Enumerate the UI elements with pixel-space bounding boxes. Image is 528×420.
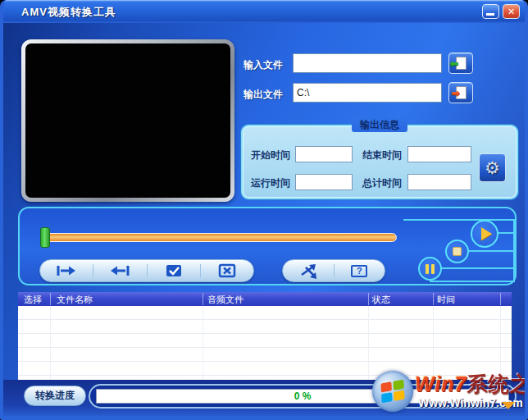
end-time-field[interactable] bbox=[407, 146, 471, 162]
end-time-label: 结束时间 bbox=[362, 148, 402, 162]
mark-end-button[interactable] bbox=[93, 260, 146, 281]
import-file-icon: ⬅ bbox=[456, 57, 467, 70]
output-file-field[interactable] bbox=[293, 83, 442, 103]
column-divider[interactable] bbox=[203, 293, 203, 305]
minimize-button[interactable] bbox=[482, 4, 499, 19]
start-time-label: 开始时间 bbox=[251, 148, 290, 162]
windows-logo-icon bbox=[372, 371, 413, 412]
table-row[interactable] bbox=[18, 306, 512, 320]
total-time-label: 总计时间 bbox=[362, 176, 402, 190]
seek-slider-track[interactable] bbox=[42, 233, 397, 242]
close-icon: ✕ bbox=[508, 7, 515, 16]
column-divider[interactable] bbox=[50, 293, 51, 305]
stop-icon bbox=[453, 247, 462, 256]
grid-line bbox=[368, 306, 369, 380]
grid-line bbox=[50, 306, 51, 380]
skip-to-end-icon bbox=[107, 264, 132, 277]
col-select[interactable]: 选择 bbox=[24, 294, 42, 306]
app-window: AMV视频转换工具 ✕ 输入文件 ⬅ 输出文件 ➡ 输出信息 开始时间 结束时间… bbox=[0, 0, 528, 420]
video-preview-screen bbox=[25, 43, 230, 198]
pause-button[interactable] bbox=[418, 257, 442, 281]
file-table-header[interactable]: 选择 文件名称 音频文件 状态 时间 bbox=[18, 292, 512, 306]
player-panel: ? bbox=[18, 207, 517, 285]
convert-toolbar: ? bbox=[282, 259, 385, 282]
table-row[interactable] bbox=[18, 334, 512, 348]
settings-button[interactable]: ⚙ bbox=[479, 153, 506, 182]
browse-input-button[interactable]: ⬅ bbox=[448, 52, 473, 74]
col-audiofile[interactable]: 音频文件 bbox=[207, 294, 244, 306]
play-button[interactable] bbox=[471, 220, 498, 248]
seek-slider-thumb[interactable] bbox=[40, 227, 50, 248]
connector-line bbox=[403, 219, 515, 221]
watermark-brand: Win7系统之家 bbox=[415, 371, 528, 398]
brand-cn: 系统之家 bbox=[467, 372, 528, 395]
output-file-label: 输出文件 bbox=[244, 88, 283, 102]
total-time-field[interactable] bbox=[407, 174, 471, 190]
input-file-field[interactable] bbox=[293, 53, 442, 73]
column-divider[interactable] bbox=[433, 293, 434, 305]
grid-line bbox=[203, 306, 203, 380]
brand-en: Win7 bbox=[415, 372, 467, 395]
run-time-field[interactable] bbox=[295, 174, 353, 190]
gear-icon: ⚙ bbox=[485, 158, 500, 177]
pause-icon bbox=[426, 264, 435, 274]
output-info-title: 输出信息 bbox=[352, 118, 407, 132]
column-divider[interactable] bbox=[368, 293, 369, 305]
run-time-label: 运行时间 bbox=[251, 176, 290, 190]
convert-progress-button[interactable]: 转换进度 bbox=[24, 386, 86, 406]
skip-to-start-icon bbox=[54, 264, 79, 277]
checkbox-check-icon bbox=[165, 263, 183, 278]
window-title: AMV视频转换工具 bbox=[21, 5, 116, 20]
video-preview-frame bbox=[21, 39, 234, 202]
col-filename[interactable]: 文件名称 bbox=[57, 294, 93, 306]
col-time[interactable]: 时间 bbox=[437, 294, 455, 306]
watermark-arrow-icon bbox=[502, 402, 515, 409]
connector-line bbox=[439, 267, 515, 269]
cancel-selection-button[interactable] bbox=[201, 260, 253, 281]
output-info-group: 输出信息 开始时间 结束时间 运行时间 总计时间 ⚙ bbox=[241, 125, 518, 199]
connector-line bbox=[513, 219, 515, 282]
watermark: Win7系统之家 Www.Winwin7.com bbox=[371, 369, 528, 417]
titlebar[interactable]: AMV视频转换工具 ✕ bbox=[0, 0, 528, 23]
table-row[interactable] bbox=[18, 320, 512, 334]
connector-line bbox=[430, 281, 515, 282]
start-time-field[interactable] bbox=[295, 146, 353, 162]
close-button[interactable]: ✕ bbox=[503, 4, 520, 19]
play-icon bbox=[481, 227, 492, 240]
browse-output-button[interactable]: ➡ bbox=[448, 82, 473, 103]
column-divider[interactable] bbox=[500, 293, 501, 305]
checkbox-x-icon bbox=[218, 263, 236, 278]
help-button[interactable]: ? bbox=[335, 260, 385, 281]
stop-button[interactable] bbox=[445, 240, 469, 263]
input-file-label: 输入文件 bbox=[244, 58, 283, 72]
col-status[interactable]: 状态 bbox=[372, 294, 390, 306]
help-icon: ? bbox=[351, 265, 367, 277]
swap-arrows-icon bbox=[298, 262, 319, 279]
minimize-icon bbox=[486, 13, 494, 16]
export-file-icon: ➡ bbox=[456, 86, 467, 99]
convert-button[interactable] bbox=[283, 260, 334, 281]
mark-start-button[interactable] bbox=[40, 260, 93, 281]
confirm-selection-button[interactable] bbox=[148, 260, 200, 281]
edit-toolbar bbox=[39, 259, 254, 282]
connector-line bbox=[467, 250, 515, 252]
table-row[interactable] bbox=[18, 348, 512, 362]
